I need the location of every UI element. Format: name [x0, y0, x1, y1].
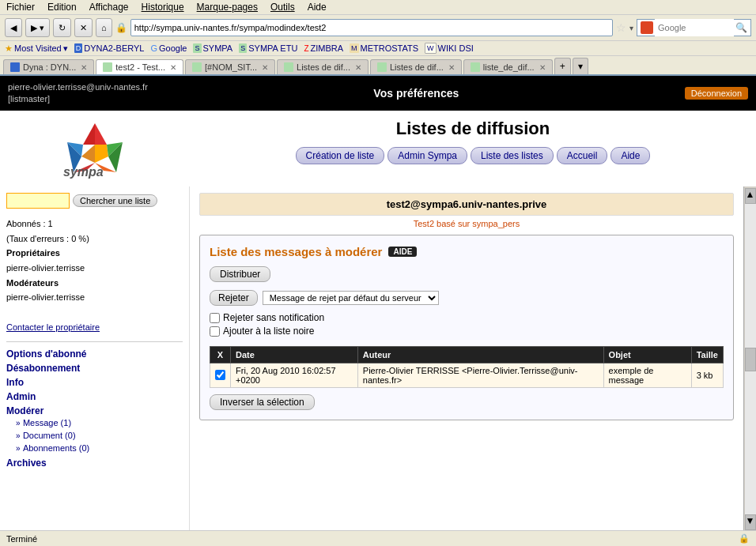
menu-edition[interactable]: Edition: [47, 2, 77, 13]
tab-icon-5: [471, 62, 480, 72]
scroll-down-arrow[interactable]: ▼: [745, 514, 756, 530]
menu-fichier[interactable]: Fichier: [6, 2, 35, 13]
bookmark-wiki[interactable]: W WIKI DSI: [425, 43, 474, 54]
tab-0[interactable]: Dyna : DYN... ✕: [3, 59, 94, 74]
col-header-x: X: [210, 347, 231, 363]
tab-2[interactable]: [#NOM_SIT... ✕: [185, 59, 275, 74]
tab-close-2[interactable]: ✕: [262, 63, 268, 72]
list-search-button[interactable]: Chercher une liste: [73, 194, 157, 207]
logo-nav-area: sympa Listes de diffusion Création de li…: [0, 111, 756, 186]
distribuer-button[interactable]: Distribuer: [210, 266, 270, 282]
status-text: Terminé: [6, 534, 37, 544]
reload-button[interactable]: ↻: [53, 18, 71, 37]
metrostats-icon: M: [350, 43, 359, 53]
main-content-area: Listes de diffusion Création de liste Ad…: [190, 111, 756, 186]
bookmark-icon-dyna: D: [74, 43, 83, 53]
bookmark-metrostats[interactable]: M METROSTATS: [350, 43, 418, 53]
wiki-icon: W: [425, 43, 437, 54]
sidebar-subitem-message: » Message (1): [16, 416, 183, 429]
star-icon[interactable]: ☆: [616, 21, 626, 34]
subscribers-count: Abonnés : 1: [6, 217, 183, 232]
tab-close-1[interactable]: ✕: [170, 63, 176, 72]
bookmark-sympa-etu[interactable]: S SYMPA ETU: [239, 43, 297, 53]
rejeter-sans-notif-label: Rejeter sans notification: [223, 312, 324, 323]
reject-message-select[interactable]: Message de rejet par défaut du serveur: [263, 291, 439, 305]
new-tab-button[interactable]: +: [554, 58, 571, 74]
address-bar[interactable]: [130, 19, 613, 36]
col-header-objet: Objet: [603, 347, 691, 363]
back-button[interactable]: ◀: [5, 18, 22, 37]
sidebar-divider-1: [6, 341, 183, 342]
left-sidebar: Chercher une liste Abonnés : 1 (Taux d'e…: [0, 186, 190, 530]
logout-button[interactable]: Déconnexion: [685, 87, 748, 100]
invert-selection-button[interactable]: Inverser la sélection: [210, 394, 315, 410]
menu-historique[interactable]: Historique: [142, 2, 184, 13]
table-row: Fri, 20 Aug 2010 16:02:57 +0200 Pierre-O…: [210, 363, 724, 388]
nav-admin-sympa[interactable]: Admin Sympa: [387, 147, 467, 164]
row-subject: exemple de message: [603, 363, 691, 388]
nav-creation-liste[interactable]: Création de liste: [296, 147, 385, 164]
rejeter-row: Rejeter Message de rejet par défaut du s…: [210, 290, 724, 306]
bookmark-google[interactable]: G Google: [150, 43, 187, 53]
tab-close-4[interactable]: ✕: [448, 63, 455, 72]
row-checkbox[interactable]: [215, 370, 225, 380]
sidebar-item-admin: Admin: [6, 390, 183, 404]
search-input[interactable]: [655, 19, 734, 36]
checkbox-ajouter-liste-noire: Ajouter à la liste noire: [210, 326, 724, 337]
tab-5[interactable]: liste_de_dif... ✕: [463, 59, 553, 74]
tab-close-3[interactable]: ✕: [355, 63, 361, 72]
sidebar-subitem-abonnements: » Abonnements (0): [16, 442, 183, 454]
tab-3[interactable]: Listes de dif... ✕: [277, 59, 369, 74]
aide-badge[interactable]: AIDE: [388, 247, 417, 257]
list-search-input[interactable]: [6, 193, 70, 209]
bookmark-sympa[interactable]: S SYMPA: [193, 43, 232, 53]
tab-close-5[interactable]: ✕: [539, 63, 546, 72]
scrollbar[interactable]: ▲ ▼: [743, 186, 756, 530]
col-header-taille: Taille: [691, 347, 723, 363]
content-layout: Chercher une liste Abonnés : 1 (Taux d'e…: [0, 186, 756, 530]
tab-close-0[interactable]: ✕: [81, 63, 87, 72]
menu-outils[interactable]: Outils: [270, 2, 295, 13]
tab-label-0: Dyna : DYN...: [23, 62, 76, 72]
dropdown-icon[interactable]: ▾: [63, 43, 68, 54]
arrow-document: »: [16, 431, 21, 440]
forward-button[interactable]: ▶ ▾: [25, 18, 50, 37]
scroll-thumb[interactable]: [745, 348, 756, 371]
home-button[interactable]: ⌂: [96, 18, 112, 37]
menu-affichage[interactable]: Affichage: [89, 2, 129, 13]
row-author: Pierre-Olivier TERRISSE <Pierre-Olivier.…: [357, 363, 603, 388]
table-header-row: X Date Auteur Objet Taille: [210, 347, 724, 363]
nav-aide[interactable]: Aide: [610, 147, 650, 164]
search-icon[interactable]: 🔍: [735, 22, 747, 33]
sympa-logo[interactable]: sympa: [51, 117, 138, 180]
error-rate: (Taux d'erreurs : 0 %): [6, 232, 183, 247]
scroll-up-arrow[interactable]: ▲: [745, 188, 756, 204]
nav-liste-des-listes[interactable]: Liste des listes: [471, 147, 554, 164]
menu-aide[interactable]: Aide: [308, 2, 327, 13]
tab-1[interactable]: test2 - Test... ✕: [96, 59, 183, 75]
svg-marker-6: [95, 145, 108, 163]
bookmark-most-visited[interactable]: ★ Most Visited ▾: [5, 43, 68, 54]
user-email: pierre-olivier.terrisse@univ-nantes.fr: [8, 81, 148, 93]
contact-owner-link[interactable]: Contacter le propriétaire: [6, 322, 100, 332]
security-icon: 🔒: [115, 22, 127, 33]
tab-icon-0: [10, 62, 20, 72]
nav-accueil[interactable]: Accueil: [557, 147, 608, 164]
tab-icon-2: [192, 62, 202, 72]
rejeter-button[interactable]: Rejeter: [210, 290, 258, 306]
tab-icon-4: [377, 62, 387, 72]
sidebar-item-moderer: Modérer » Message (1) » Document (0): [6, 404, 183, 456]
owners-label: Propriétaires: [6, 246, 183, 261]
ajouter-liste-noire-checkbox[interactable]: [210, 326, 220, 337]
tab-4[interactable]: Listes de dif... ✕: [370, 59, 462, 74]
arrow-icon[interactable]: ▾: [629, 24, 633, 32]
bookmark-dyna2[interactable]: D DYNA2-BERYL: [74, 43, 145, 53]
bookmark-zimbra[interactable]: Z ZIMBRA: [304, 43, 343, 53]
moderators-label: Modérateurs: [6, 276, 183, 291]
tabs-overflow-button[interactable]: ▾: [573, 58, 588, 74]
tab-label-5: liste_de_dif...: [483, 62, 535, 72]
menu-marquepages[interactable]: Marque-pages: [197, 2, 258, 13]
sidebar-item-desabonnement: Désabonnement: [6, 361, 183, 375]
stop-button[interactable]: ✕: [74, 18, 93, 37]
rejeter-sans-notif-checkbox[interactable]: [210, 313, 220, 323]
